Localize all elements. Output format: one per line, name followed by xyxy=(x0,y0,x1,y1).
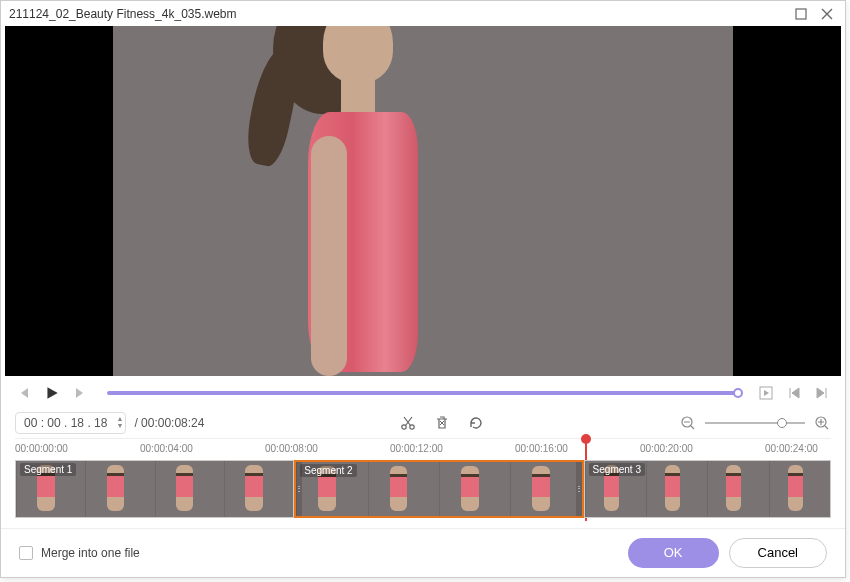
ruler-tick: 00:00:00:00 xyxy=(15,443,68,454)
play-button[interactable] xyxy=(43,384,61,402)
video-preview xyxy=(5,26,841,376)
prev-frame-button[interactable] xyxy=(15,384,33,402)
segment[interactable]: Segment 1 xyxy=(15,460,294,518)
segment[interactable]: Segment 3 xyxy=(584,460,831,518)
close-button[interactable] xyxy=(817,4,837,24)
ruler-tick: 00:00:12:00 xyxy=(390,443,443,454)
merge-label: Merge into one file xyxy=(41,546,618,560)
next-frame-button[interactable] xyxy=(71,384,89,402)
segment-label: Segment 1 xyxy=(20,463,76,476)
ruler-tick: 00:00:08:00 xyxy=(265,443,318,454)
window-title: 211124_02_Beauty Fitness_4k_035.webm xyxy=(9,7,785,21)
reset-icon[interactable] xyxy=(467,414,485,432)
titlebar: 211124_02_Beauty Fitness_4k_035.webm xyxy=(1,1,845,26)
time-stepper[interactable]: ▲▼ xyxy=(116,415,123,429)
zoom-slider[interactable] xyxy=(705,422,805,424)
ok-button[interactable]: OK xyxy=(628,538,719,568)
segment-label: Segment 3 xyxy=(589,463,645,476)
progress-bar[interactable] xyxy=(107,391,739,395)
zoom-in-icon[interactable] xyxy=(813,414,831,432)
ruler-tick: 00:00:04:00 xyxy=(140,443,193,454)
segments-track: Segment 1Segment 2⋮⋮Segment 3 xyxy=(15,460,831,518)
progress-handle[interactable] xyxy=(733,388,743,398)
ruler-tick: 00:00:16:00 xyxy=(515,443,568,454)
segment-label: Segment 2 xyxy=(300,464,356,477)
segment[interactable]: Segment 2⋮⋮ xyxy=(294,460,583,518)
delete-icon[interactable] xyxy=(433,414,451,432)
ruler-tick: 00:00:20:00 xyxy=(640,443,693,454)
trim-dialog: 211124_02_Beauty Fitness_4k_035.webm 00 … xyxy=(0,0,846,578)
ruler-tick: 00:00:24:00 xyxy=(765,443,818,454)
preview-subject xyxy=(213,26,473,376)
cancel-button[interactable]: Cancel xyxy=(729,538,827,568)
cut-icon[interactable] xyxy=(399,414,417,432)
maximize-button[interactable] xyxy=(791,4,811,24)
merge-checkbox[interactable] xyxy=(19,546,33,560)
goto-end-button[interactable] xyxy=(813,384,831,402)
zoom-controls xyxy=(679,414,831,432)
time-row: 00 : 00 . 18 . 18 ▲▼ / 00:00:08:24 xyxy=(1,409,845,436)
svg-rect-0 xyxy=(796,9,806,19)
time-input[interactable]: 00 : 00 . 18 . 18 ▲▼ xyxy=(15,412,126,434)
segment-handle-right[interactable]: ⋮ xyxy=(576,462,582,516)
playback-controls xyxy=(1,376,845,409)
play-in-out-button[interactable] xyxy=(757,384,775,402)
zoom-handle[interactable] xyxy=(777,418,787,428)
zoom-out-icon[interactable] xyxy=(679,414,697,432)
footer: Merge into one file OK Cancel xyxy=(1,528,845,577)
goto-start-button[interactable] xyxy=(785,384,803,402)
timeline-ruler[interactable]: 00:00:00:0000:00:04:0000:00:08:0000:00:1… xyxy=(15,438,831,460)
total-time: / 00:00:08:24 xyxy=(134,416,204,430)
video-frame xyxy=(113,26,733,376)
tool-icons xyxy=(399,414,485,432)
